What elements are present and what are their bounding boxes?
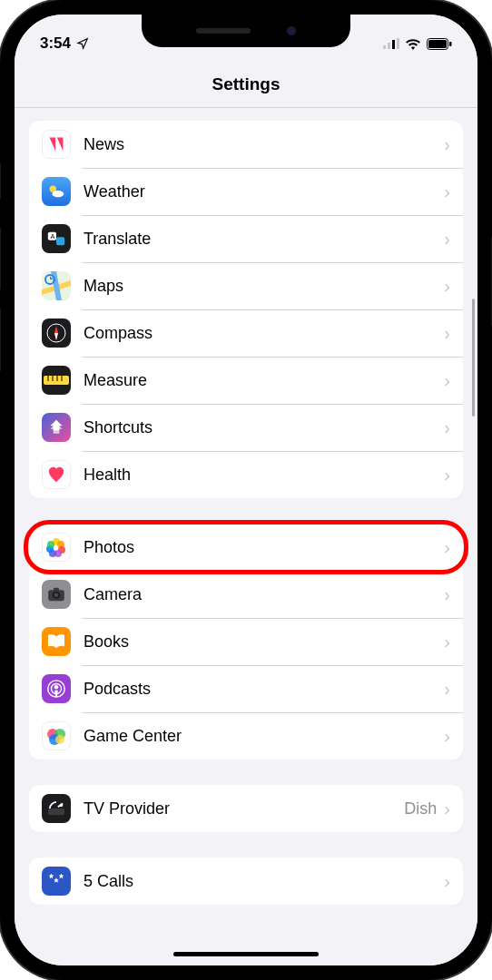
- news-icon: [42, 130, 71, 159]
- row-label: 5 Calls: [84, 872, 444, 891]
- device-frame: 3:54: [0, 0, 492, 980]
- svg-marker-40: [49, 874, 54, 879]
- chevron-right-icon: ›: [444, 584, 450, 605]
- svg-rect-38: [48, 808, 64, 815]
- translate-icon: A: [42, 224, 71, 253]
- photos-icon: [42, 533, 71, 562]
- row-health[interactable]: Health ›: [29, 451, 463, 498]
- svg-rect-28: [54, 588, 59, 592]
- row-label: Compass: [84, 324, 444, 343]
- chevron-right-icon: ›: [444, 871, 450, 892]
- chevron-right-icon: ›: [444, 465, 450, 485]
- settings-list[interactable]: News › Weather › A Translate ›: [15, 108, 477, 965]
- chevron-right-icon: ›: [444, 323, 450, 344]
- chevron-right-icon: ›: [444, 726, 450, 747]
- row-photos[interactable]: Photos ›: [29, 524, 463, 571]
- svg-rect-3: [397, 38, 399, 49]
- books-icon: [42, 627, 71, 656]
- volume-up-button: [0, 227, 1, 290]
- battery-icon: [427, 38, 452, 50]
- shortcuts-icon: [42, 413, 71, 442]
- row-label: Measure: [84, 371, 444, 390]
- row-label: Shortcuts: [84, 418, 444, 437]
- volume-down-button: [0, 309, 1, 372]
- cell-signal-icon: [383, 38, 399, 49]
- svg-rect-1: [388, 43, 390, 49]
- podcasts-icon: [42, 674, 71, 703]
- row-label: Translate: [84, 230, 444, 249]
- row-shortcuts[interactable]: Shortcuts ›: [29, 404, 463, 451]
- row-label: Maps: [84, 277, 444, 296]
- row-books[interactable]: Books ›: [29, 618, 463, 665]
- row-5calls[interactable]: 5 Calls ›: [29, 858, 463, 905]
- nav-header: Settings: [15, 60, 477, 108]
- settings-group: 5 Calls ›: [29, 858, 463, 905]
- row-tvprovider[interactable]: TV Provider Dish ›: [29, 785, 463, 832]
- weather-icon: [42, 177, 71, 206]
- row-news[interactable]: News ›: [29, 121, 463, 168]
- front-camera: [287, 26, 296, 35]
- chevron-right-icon: ›: [444, 370, 450, 391]
- row-label: Health: [84, 466, 444, 485]
- settings-group: Photos › Camera › Books ›: [29, 524, 463, 760]
- svg-point-30: [54, 593, 59, 597]
- settings-group: TV Provider Dish ›: [29, 785, 463, 832]
- measure-icon: [42, 366, 71, 395]
- row-label: Game Center: [84, 727, 444, 746]
- svg-rect-2: [392, 40, 395, 49]
- row-weather[interactable]: Weather ›: [29, 168, 463, 215]
- row-gamecenter[interactable]: Game Center ›: [29, 712, 463, 760]
- row-label: Podcasts: [84, 680, 444, 699]
- camera-icon: [42, 580, 71, 609]
- row-maps[interactable]: Maps ›: [29, 262, 463, 309]
- chevron-right-icon: ›: [444, 276, 450, 297]
- svg-rect-6: [449, 42, 452, 46]
- row-value: Dish: [404, 799, 437, 818]
- svg-marker-42: [54, 877, 59, 883]
- svg-point-8: [52, 191, 64, 197]
- chevron-right-icon: ›: [444, 134, 450, 155]
- compass-icon: [42, 318, 71, 348]
- chevron-right-icon: ›: [444, 679, 450, 700]
- svg-rect-15: [44, 376, 69, 385]
- home-indicator[interactable]: [173, 952, 319, 956]
- row-podcasts[interactable]: Podcasts ›: [29, 665, 463, 712]
- health-icon: [42, 460, 71, 489]
- status-time: 3:54: [40, 34, 71, 53]
- row-compass[interactable]: Compass ›: [29, 309, 463, 357]
- page-title: Settings: [15, 74, 477, 94]
- gamecenter-icon: [42, 721, 71, 750]
- notch: [142, 15, 350, 47]
- chevron-right-icon: ›: [444, 799, 450, 819]
- row-label: Photos: [84, 538, 444, 557]
- tvprovider-icon: [42, 794, 71, 823]
- maps-icon: [42, 271, 71, 300]
- row-label: TV Provider: [84, 799, 404, 818]
- wifi-icon: [405, 38, 421, 50]
- row-translate[interactable]: A Translate ›: [29, 215, 463, 262]
- speaker-grille: [196, 28, 251, 34]
- row-camera[interactable]: Camera ›: [29, 571, 463, 618]
- screen: 3:54: [15, 15, 477, 965]
- svg-point-33: [54, 685, 59, 690]
- settings-group: News › Weather › A Translate ›: [29, 121, 463, 498]
- chevron-right-icon: ›: [444, 537, 450, 558]
- chevron-right-icon: ›: [444, 229, 450, 250]
- svg-text:A: A: [51, 232, 55, 240]
- svg-rect-10: [56, 237, 64, 245]
- row-measure[interactable]: Measure ›: [29, 357, 463, 404]
- row-label: Books: [84, 632, 444, 652]
- mute-switch: [0, 163, 1, 200]
- svg-point-37: [55, 735, 64, 744]
- row-label: Camera: [84, 585, 444, 604]
- chevron-right-icon: ›: [444, 632, 450, 652]
- scrollbar[interactable]: [472, 299, 475, 416]
- svg-rect-0: [383, 45, 386, 49]
- location-arrow-icon: [76, 37, 89, 50]
- chevron-right-icon: ›: [444, 181, 450, 202]
- 5calls-icon: [42, 867, 71, 896]
- svg-point-26: [47, 541, 54, 548]
- svg-marker-41: [59, 874, 64, 879]
- row-label: Weather: [84, 182, 444, 201]
- row-label: News: [84, 135, 444, 154]
